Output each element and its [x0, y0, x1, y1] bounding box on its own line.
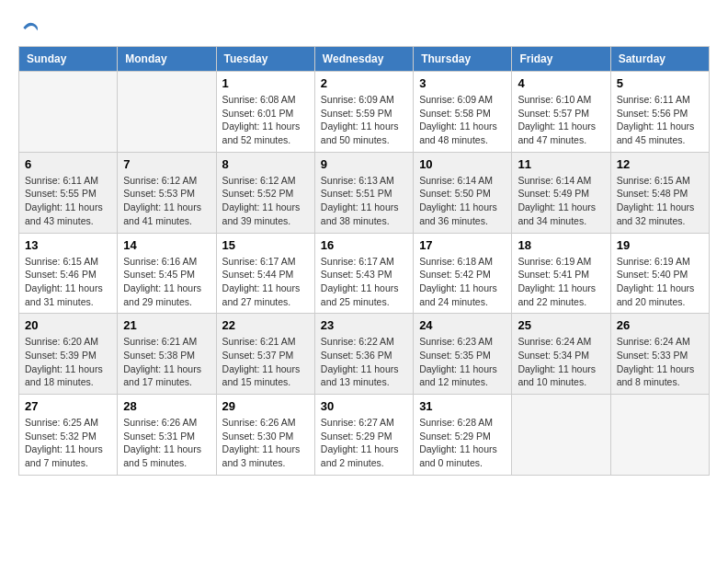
day-info: Sunrise: 6:09 AMSunset: 5:59 PMDaylight:…: [321, 93, 407, 147]
day-number: 21: [123, 318, 210, 332]
day-number: 14: [123, 238, 210, 252]
day-number: 23: [321, 318, 407, 332]
calendar-cell: 19Sunrise: 6:19 AMSunset: 5:40 PMDayligh…: [610, 233, 709, 314]
day-number: 18: [518, 238, 604, 252]
calendar-cell: 14Sunrise: 6:16 AMSunset: 5:45 PMDayligh…: [118, 233, 216, 314]
calendar-cell: 25Sunrise: 6:24 AMSunset: 5:34 PMDayligh…: [512, 314, 610, 395]
day-info: Sunrise: 6:23 AMSunset: 5:35 PMDaylight:…: [419, 335, 506, 389]
calendar-cell: 8Sunrise: 6:12 AMSunset: 5:52 PMDaylight…: [216, 152, 314, 233]
day-number: 8: [222, 157, 309, 171]
calendar-cell: 3Sunrise: 6:09 AMSunset: 5:58 PMDaylight…: [414, 72, 512, 153]
logo: [18, 18, 39, 37]
calendar-cell: 9Sunrise: 6:13 AMSunset: 5:51 PMDaylight…: [314, 152, 413, 233]
calendar-cell: 5Sunrise: 6:11 AMSunset: 5:56 PMDaylight…: [610, 72, 709, 153]
calendar-cell: 17Sunrise: 6:18 AMSunset: 5:42 PMDayligh…: [414, 233, 512, 314]
calendar-header-wednesday: Wednesday: [314, 47, 413, 72]
logo-icon: [20, 18, 39, 37]
calendar-cell: [118, 72, 216, 153]
calendar-header-tuesday: Tuesday: [216, 47, 314, 72]
day-number: 31: [419, 399, 506, 413]
calendar-header-row: SundayMondayTuesdayWednesdayThursdayFrid…: [19, 47, 710, 72]
day-info: Sunrise: 6:20 AMSunset: 5:39 PMDaylight:…: [25, 335, 111, 389]
calendar-cell: 4Sunrise: 6:10 AMSunset: 5:57 PMDaylight…: [512, 72, 610, 153]
calendar-cell: [512, 395, 610, 476]
calendar-header-sunday: Sunday: [19, 47, 118, 72]
calendar-header-monday: Monday: [118, 47, 216, 72]
calendar-week-row: 6Sunrise: 6:11 AMSunset: 5:55 PMDaylight…: [19, 152, 710, 233]
calendar-cell: 1Sunrise: 6:08 AMSunset: 6:01 PMDaylight…: [216, 72, 314, 153]
calendar-table: SundayMondayTuesdayWednesdayThursdayFrid…: [18, 46, 710, 476]
calendar-header-saturday: Saturday: [610, 47, 709, 72]
day-number: 1: [222, 76, 309, 90]
day-number: 22: [222, 318, 309, 332]
day-info: Sunrise: 6:21 AMSunset: 5:37 PMDaylight:…: [222, 335, 309, 389]
calendar-cell: 28Sunrise: 6:26 AMSunset: 5:31 PMDayligh…: [118, 395, 216, 476]
calendar-cell: 21Sunrise: 6:21 AMSunset: 5:38 PMDayligh…: [118, 314, 216, 395]
day-info: Sunrise: 6:09 AMSunset: 5:58 PMDaylight:…: [419, 93, 506, 147]
calendar-cell: [610, 395, 709, 476]
day-number: 7: [123, 157, 210, 171]
day-info: Sunrise: 6:15 AMSunset: 5:48 PMDaylight:…: [617, 174, 703, 228]
calendar-cell: 7Sunrise: 6:12 AMSunset: 5:53 PMDaylight…: [118, 152, 216, 233]
day-number: 5: [617, 76, 703, 90]
day-info: Sunrise: 6:17 AMSunset: 5:44 PMDaylight:…: [222, 255, 309, 309]
calendar-cell: 16Sunrise: 6:17 AMSunset: 5:43 PMDayligh…: [314, 233, 413, 314]
day-number: 2: [321, 76, 407, 90]
day-number: 4: [518, 76, 604, 90]
day-number: 6: [25, 157, 111, 171]
day-info: Sunrise: 6:28 AMSunset: 5:29 PMDaylight:…: [419, 416, 506, 470]
day-number: 25: [518, 318, 604, 332]
day-info: Sunrise: 6:26 AMSunset: 5:30 PMDaylight:…: [222, 416, 309, 470]
day-number: 11: [518, 157, 604, 171]
calendar-header-thursday: Thursday: [414, 47, 512, 72]
day-number: 29: [222, 399, 309, 413]
day-number: 27: [25, 399, 111, 413]
day-info: Sunrise: 6:12 AMSunset: 5:53 PMDaylight:…: [123, 174, 210, 228]
calendar-cell: 15Sunrise: 6:17 AMSunset: 5:44 PMDayligh…: [216, 233, 314, 314]
day-info: Sunrise: 6:16 AMSunset: 5:45 PMDaylight:…: [123, 255, 210, 309]
page-header: [18, 18, 710, 37]
calendar-cell: 13Sunrise: 6:15 AMSunset: 5:46 PMDayligh…: [19, 233, 118, 314]
day-info: Sunrise: 6:15 AMSunset: 5:46 PMDaylight:…: [25, 255, 111, 309]
calendar-cell: [19, 72, 118, 153]
day-info: Sunrise: 6:26 AMSunset: 5:31 PMDaylight:…: [123, 416, 210, 470]
calendar-cell: 20Sunrise: 6:20 AMSunset: 5:39 PMDayligh…: [19, 314, 118, 395]
calendar-cell: 6Sunrise: 6:11 AMSunset: 5:55 PMDaylight…: [19, 152, 118, 233]
day-number: 15: [222, 238, 309, 252]
day-info: Sunrise: 6:12 AMSunset: 5:52 PMDaylight:…: [222, 174, 309, 228]
day-info: Sunrise: 6:10 AMSunset: 5:57 PMDaylight:…: [518, 93, 604, 147]
calendar-cell: 29Sunrise: 6:26 AMSunset: 5:30 PMDayligh…: [216, 395, 314, 476]
calendar-header-friday: Friday: [512, 47, 610, 72]
calendar-cell: 30Sunrise: 6:27 AMSunset: 5:29 PMDayligh…: [314, 395, 413, 476]
day-info: Sunrise: 6:24 AMSunset: 5:33 PMDaylight:…: [617, 335, 703, 389]
calendar-cell: 22Sunrise: 6:21 AMSunset: 5:37 PMDayligh…: [216, 314, 314, 395]
day-number: 26: [617, 318, 703, 332]
calendar-cell: 2Sunrise: 6:09 AMSunset: 5:59 PMDaylight…: [314, 72, 413, 153]
calendar-cell: 11Sunrise: 6:14 AMSunset: 5:49 PMDayligh…: [512, 152, 610, 233]
day-info: Sunrise: 6:21 AMSunset: 5:38 PMDaylight:…: [123, 335, 210, 389]
day-number: 30: [321, 399, 407, 413]
day-number: 28: [123, 399, 210, 413]
day-number: 13: [25, 238, 111, 252]
calendar-week-row: 1Sunrise: 6:08 AMSunset: 6:01 PMDaylight…: [19, 72, 710, 153]
day-info: Sunrise: 6:24 AMSunset: 5:34 PMDaylight:…: [518, 335, 604, 389]
day-number: 17: [419, 238, 506, 252]
day-number: 19: [617, 238, 703, 252]
day-info: Sunrise: 6:25 AMSunset: 5:32 PMDaylight:…: [25, 416, 111, 470]
calendar-cell: 31Sunrise: 6:28 AMSunset: 5:29 PMDayligh…: [414, 395, 512, 476]
day-info: Sunrise: 6:13 AMSunset: 5:51 PMDaylight:…: [321, 174, 407, 228]
calendar-cell: 23Sunrise: 6:22 AMSunset: 5:36 PMDayligh…: [314, 314, 413, 395]
calendar-week-row: 13Sunrise: 6:15 AMSunset: 5:46 PMDayligh…: [19, 233, 710, 314]
day-info: Sunrise: 6:18 AMSunset: 5:42 PMDaylight:…: [419, 255, 506, 309]
day-number: 9: [321, 157, 407, 171]
day-info: Sunrise: 6:11 AMSunset: 5:56 PMDaylight:…: [617, 93, 703, 147]
day-info: Sunrise: 6:14 AMSunset: 5:50 PMDaylight:…: [419, 174, 506, 228]
day-info: Sunrise: 6:27 AMSunset: 5:29 PMDaylight:…: [321, 416, 407, 470]
day-info: Sunrise: 6:19 AMSunset: 5:40 PMDaylight:…: [617, 255, 703, 309]
day-number: 10: [419, 157, 506, 171]
calendar-week-row: 27Sunrise: 6:25 AMSunset: 5:32 PMDayligh…: [19, 395, 710, 476]
day-number: 3: [419, 76, 506, 90]
day-number: 20: [25, 318, 111, 332]
day-info: Sunrise: 6:22 AMSunset: 5:36 PMDaylight:…: [321, 335, 407, 389]
day-number: 24: [419, 318, 506, 332]
